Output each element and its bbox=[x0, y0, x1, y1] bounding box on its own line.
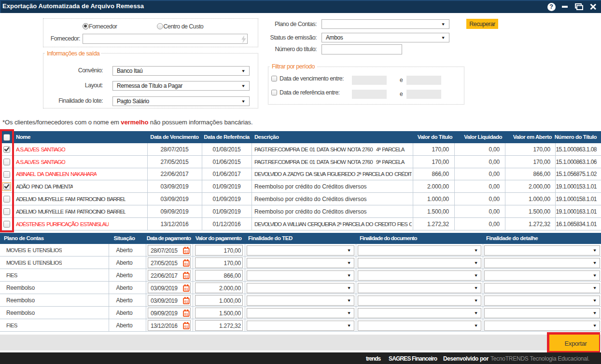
svg-text:01: 01 bbox=[184, 249, 188, 253]
svg-text:01: 01 bbox=[184, 324, 188, 328]
svg-text:01: 01 bbox=[184, 312, 188, 315]
svg-text:01: 01 bbox=[184, 262, 188, 265]
svg-text:01: 01 bbox=[184, 287, 188, 290]
svg-text:01: 01 bbox=[184, 274, 188, 278]
svg-text:01: 01 bbox=[184, 299, 188, 303]
